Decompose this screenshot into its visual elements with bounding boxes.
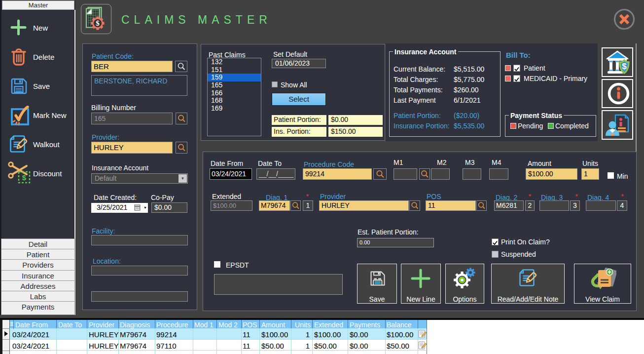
svg-text:$: $ — [22, 173, 27, 182]
svg-text:$: $ — [96, 19, 100, 27]
svg-text:$: $ — [622, 62, 627, 71]
